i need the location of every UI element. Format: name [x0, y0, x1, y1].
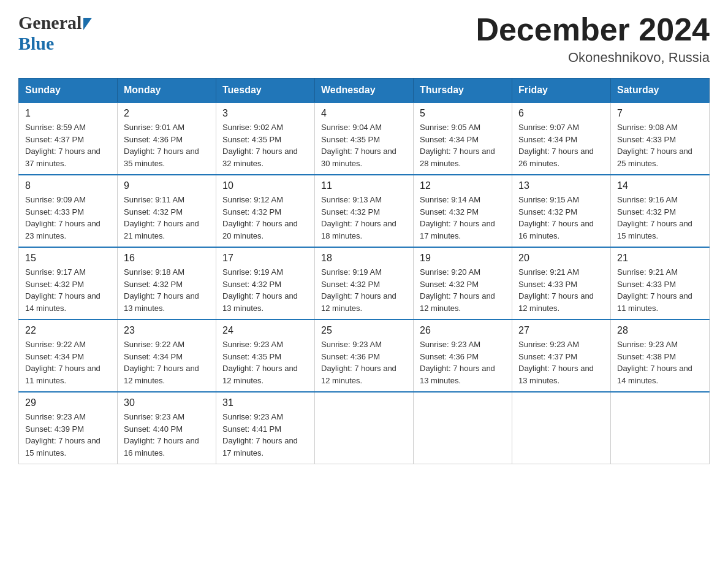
day-info: Sunrise: 9:23 AMSunset: 4:38 PMDaylight:…	[617, 340, 692, 385]
col-header-thursday: Thursday	[414, 79, 512, 103]
calendar-day-cell: 20 Sunrise: 9:21 AMSunset: 4:33 PMDaylig…	[512, 247, 611, 320]
day-info: Sunrise: 9:19 AMSunset: 4:32 PMDaylight:…	[222, 267, 298, 313]
calendar-day-cell: 26 Sunrise: 9:23 AMSunset: 4:36 PMDaylig…	[414, 320, 512, 392]
day-info: Sunrise: 8:59 AMSunset: 4:37 PMDaylight:…	[25, 123, 100, 168]
calendar-day-cell: 12 Sunrise: 9:14 AMSunset: 4:32 PMDaylig…	[414, 175, 512, 247]
day-number: 25	[321, 325, 407, 336]
day-info: Sunrise: 9:11 AMSunset: 4:32 PMDaylight:…	[124, 195, 199, 240]
day-info: Sunrise: 9:21 AMSunset: 4:33 PMDaylight:…	[617, 267, 692, 313]
day-number: 10	[222, 180, 308, 191]
day-number: 6	[518, 108, 604, 119]
calendar-week-row: 22 Sunrise: 9:22 AMSunset: 4:34 PMDaylig…	[19, 320, 710, 392]
day-number: 31	[222, 397, 308, 408]
calendar-week-row: 15 Sunrise: 9:17 AMSunset: 4:32 PMDaylig…	[19, 247, 710, 320]
day-info: Sunrise: 9:22 AMSunset: 4:34 PMDaylight:…	[124, 340, 199, 385]
calendar-day-cell	[414, 392, 512, 464]
day-info: Sunrise: 9:23 AMSunset: 4:39 PMDaylight:…	[25, 412, 100, 458]
day-number: 29	[25, 397, 111, 408]
calendar-day-cell: 7 Sunrise: 9:08 AMSunset: 4:33 PMDayligh…	[611, 102, 710, 175]
col-header-friday: Friday	[512, 79, 611, 103]
calendar-day-cell: 19 Sunrise: 9:20 AMSunset: 4:32 PMDaylig…	[414, 247, 512, 320]
logo-text-blue: Blue	[18, 33, 54, 53]
day-number: 27	[518, 325, 604, 336]
day-number: 14	[617, 180, 703, 191]
col-header-sunday: Sunday	[19, 79, 118, 103]
day-number: 20	[518, 253, 604, 264]
day-number: 7	[617, 108, 703, 119]
month-title: December 2024	[476, 12, 710, 47]
day-info: Sunrise: 9:08 AMSunset: 4:33 PMDaylight:…	[617, 123, 692, 168]
col-header-wednesday: Wednesday	[315, 79, 414, 103]
calendar-day-cell: 6 Sunrise: 9:07 AMSunset: 4:34 PMDayligh…	[512, 102, 611, 175]
calendar-day-cell: 31 Sunrise: 9:23 AMSunset: 4:41 PMDaylig…	[216, 392, 315, 464]
calendar-day-cell: 30 Sunrise: 9:23 AMSunset: 4:40 PMDaylig…	[118, 392, 216, 464]
col-header-saturday: Saturday	[611, 79, 710, 103]
col-header-monday: Monday	[118, 79, 216, 103]
calendar-day-cell: 28 Sunrise: 9:23 AMSunset: 4:38 PMDaylig…	[611, 320, 710, 392]
day-number: 22	[25, 325, 111, 336]
day-info: Sunrise: 9:23 AMSunset: 4:36 PMDaylight:…	[420, 340, 495, 385]
day-info: Sunrise: 9:05 AMSunset: 4:34 PMDaylight:…	[420, 123, 495, 168]
day-number: 9	[124, 180, 210, 191]
day-info: Sunrise: 9:09 AMSunset: 4:33 PMDaylight:…	[25, 195, 100, 240]
calendar-week-row: 1 Sunrise: 8:59 AMSunset: 4:37 PMDayligh…	[19, 102, 710, 175]
day-info: Sunrise: 9:23 AMSunset: 4:35 PMDaylight:…	[222, 340, 298, 385]
day-number: 5	[420, 108, 506, 119]
day-info: Sunrise: 9:23 AMSunset: 4:37 PMDaylight:…	[518, 340, 594, 385]
calendar-day-cell: 14 Sunrise: 9:16 AMSunset: 4:32 PMDaylig…	[611, 175, 710, 247]
day-number: 3	[222, 108, 308, 119]
day-number: 26	[420, 325, 506, 336]
day-info: Sunrise: 9:13 AMSunset: 4:32 PMDaylight:…	[321, 195, 396, 240]
calendar-day-cell	[315, 392, 414, 464]
calendar-day-cell: 9 Sunrise: 9:11 AMSunset: 4:32 PMDayligh…	[118, 175, 216, 247]
day-info: Sunrise: 9:04 AMSunset: 4:35 PMDaylight:…	[321, 123, 396, 168]
logo-text-general: General	[18, 12, 82, 33]
logo-triangle-icon	[83, 18, 92, 30]
day-info: Sunrise: 9:23 AMSunset: 4:36 PMDaylight:…	[321, 340, 396, 385]
day-info: Sunrise: 9:14 AMSunset: 4:32 PMDaylight:…	[420, 195, 495, 240]
day-number: 23	[124, 325, 210, 336]
calendar-day-cell: 13 Sunrise: 9:15 AMSunset: 4:32 PMDaylig…	[512, 175, 611, 247]
day-number: 8	[25, 180, 111, 191]
calendar-week-row: 8 Sunrise: 9:09 AMSunset: 4:33 PMDayligh…	[19, 175, 710, 247]
calendar-table: SundayMondayTuesdayWednesdayThursdayFrid…	[18, 78, 710, 464]
calendar-day-cell: 16 Sunrise: 9:18 AMSunset: 4:32 PMDaylig…	[118, 247, 216, 320]
day-number: 2	[124, 108, 210, 119]
day-number: 30	[124, 397, 210, 408]
day-info: Sunrise: 9:12 AMSunset: 4:32 PMDaylight:…	[222, 195, 298, 240]
calendar-day-cell	[611, 392, 710, 464]
calendar-day-cell: 15 Sunrise: 9:17 AMSunset: 4:32 PMDaylig…	[19, 247, 118, 320]
location-title: Okoneshnikovo, Russia	[476, 50, 710, 66]
logo: General Blue	[18, 12, 92, 54]
col-header-tuesday: Tuesday	[216, 79, 315, 103]
calendar-day-cell: 23 Sunrise: 9:22 AMSunset: 4:34 PMDaylig…	[118, 320, 216, 392]
calendar-day-cell: 17 Sunrise: 9:19 AMSunset: 4:32 PMDaylig…	[216, 247, 315, 320]
day-number: 15	[25, 253, 111, 264]
calendar-day-cell: 3 Sunrise: 9:02 AMSunset: 4:35 PMDayligh…	[216, 102, 315, 175]
day-info: Sunrise: 9:07 AMSunset: 4:34 PMDaylight:…	[518, 123, 594, 168]
day-number: 4	[321, 108, 407, 119]
day-info: Sunrise: 9:16 AMSunset: 4:32 PMDaylight:…	[617, 195, 692, 240]
day-number: 1	[25, 108, 111, 119]
day-number: 16	[124, 253, 210, 264]
calendar-week-row: 29 Sunrise: 9:23 AMSunset: 4:39 PMDaylig…	[19, 392, 710, 464]
calendar-day-cell: 4 Sunrise: 9:04 AMSunset: 4:35 PMDayligh…	[315, 102, 414, 175]
calendar-day-cell: 5 Sunrise: 9:05 AMSunset: 4:34 PMDayligh…	[414, 102, 512, 175]
day-info: Sunrise: 9:22 AMSunset: 4:34 PMDaylight:…	[25, 340, 100, 385]
day-number: 12	[420, 180, 506, 191]
calendar-day-cell: 18 Sunrise: 9:19 AMSunset: 4:32 PMDaylig…	[315, 247, 414, 320]
calendar-day-cell: 29 Sunrise: 9:23 AMSunset: 4:39 PMDaylig…	[19, 392, 118, 464]
calendar-day-cell: 8 Sunrise: 9:09 AMSunset: 4:33 PMDayligh…	[19, 175, 118, 247]
day-number: 24	[222, 325, 308, 336]
calendar-day-cell: 1 Sunrise: 8:59 AMSunset: 4:37 PMDayligh…	[19, 102, 118, 175]
day-info: Sunrise: 9:15 AMSunset: 4:32 PMDaylight:…	[518, 195, 594, 240]
day-info: Sunrise: 9:01 AMSunset: 4:36 PMDaylight:…	[124, 123, 199, 168]
calendar-day-cell	[512, 392, 611, 464]
day-number: 18	[321, 253, 407, 264]
day-info: Sunrise: 9:23 AMSunset: 4:40 PMDaylight:…	[124, 412, 199, 458]
calendar-day-cell: 10 Sunrise: 9:12 AMSunset: 4:32 PMDaylig…	[216, 175, 315, 247]
day-number: 11	[321, 180, 407, 191]
day-number: 13	[518, 180, 604, 191]
title-block: December 2024 Okoneshnikovo, Russia	[476, 12, 710, 66]
day-info: Sunrise: 9:20 AMSunset: 4:32 PMDaylight:…	[420, 267, 495, 313]
